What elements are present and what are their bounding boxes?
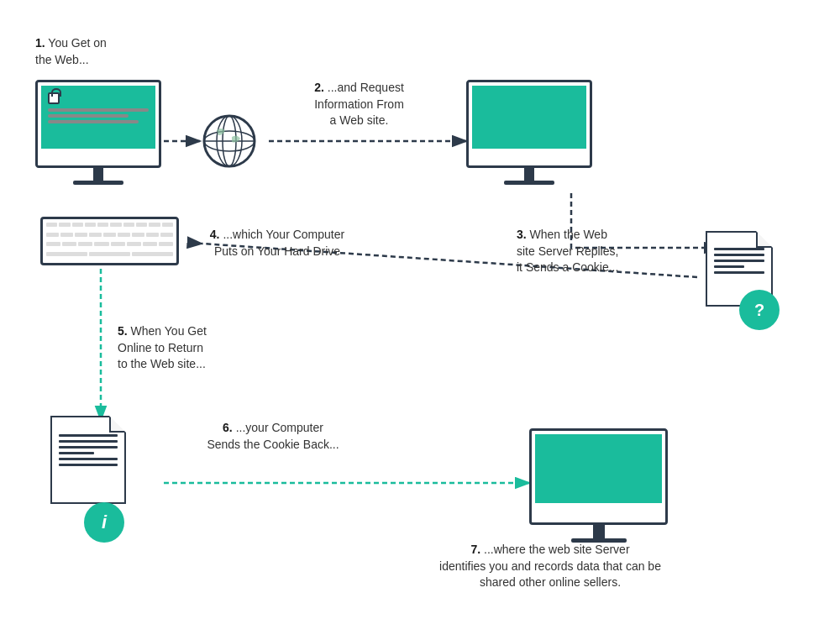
server-monitor-2 <box>529 428 668 543</box>
info-badge: i <box>84 502 124 543</box>
diagram: 1. You Get onthe Web... 2. ...and Reques… <box>0 0 840 640</box>
server-monitor <box>466 80 592 185</box>
step5-label: 5. When You GetOnline to Returnto the We… <box>118 323 207 373</box>
step4-label: 4. ...which Your ComputerPuts on Your Ha… <box>181 227 374 260</box>
globe-icon <box>200 112 259 170</box>
cookie-document-2 <box>50 416 126 504</box>
step2-label: 2. ...and RequestInformation Froma Web s… <box>277 80 441 129</box>
question-badge: ? <box>739 290 780 330</box>
step1-label: 1. You Get onthe Web... <box>35 35 107 68</box>
keyboard-icon <box>40 217 179 265</box>
user-monitor <box>35 80 161 185</box>
step6-label: 6. ...your ComputerSends the Cookie Back… <box>176 420 370 453</box>
step7-label: 7. ...where the web site Serveridentifie… <box>382 542 718 591</box>
step3-label: 3. When the Website Server Replies,it Se… <box>517 227 693 276</box>
